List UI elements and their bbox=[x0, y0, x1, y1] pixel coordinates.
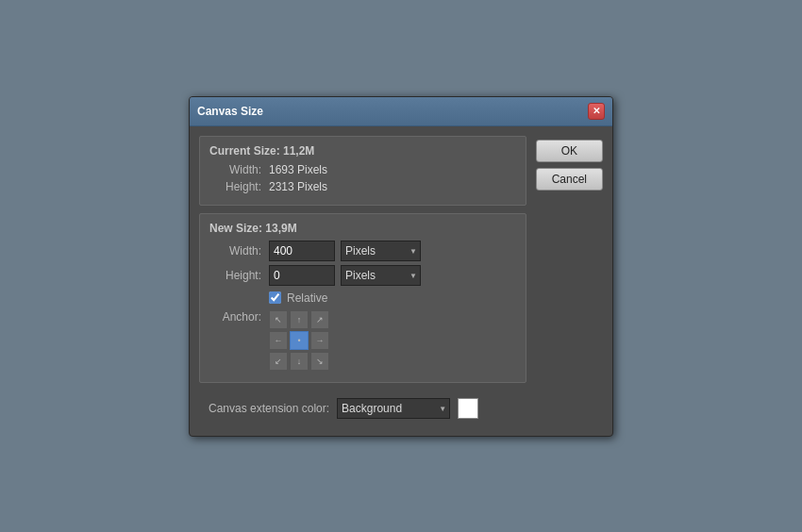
width-input[interactable] bbox=[269, 241, 335, 261]
current-size-title: Current Size: 11,2M bbox=[209, 144, 516, 158]
ok-button[interactable]: OK bbox=[536, 140, 603, 162]
title-bar: Canvas Size ✕ bbox=[190, 97, 612, 126]
canvas-extension-select-wrapper: Background Foreground White Black Gray O… bbox=[337, 398, 450, 419]
dialog-body: Current Size: 11,2M Width: 1693 Pixels H… bbox=[190, 126, 612, 436]
canvas-extension-label: Canvas extension color: bbox=[209, 402, 329, 415]
anchor-top-left[interactable]: ↖ bbox=[269, 310, 288, 329]
right-panel: OK Cancel bbox=[536, 136, 603, 426]
current-width-label: Width: bbox=[209, 163, 261, 176]
current-width-row: Width: 1693 Pixels bbox=[209, 163, 516, 176]
anchor-center[interactable]: • bbox=[290, 331, 309, 350]
anchor-top[interactable]: ↑ bbox=[290, 310, 309, 329]
close-button[interactable]: ✕ bbox=[588, 103, 605, 120]
anchor-grid: ↖ ↑ ↗ ← • → ↙ ↓ ↘ bbox=[269, 310, 329, 371]
width-unit-wrapper: Pixels Inches Centimeters Percent bbox=[341, 241, 421, 261]
canvas-extension-color-swatch[interactable] bbox=[458, 398, 478, 419]
height-unit-wrapper: Pixels Inches Centimeters Percent bbox=[341, 265, 421, 286]
left-panel: Current Size: 11,2M Width: 1693 Pixels H… bbox=[199, 136, 526, 426]
anchor-bottom-left[interactable]: ↙ bbox=[269, 352, 288, 371]
new-size-section: New Size: 13,9M Width: Pixels Inches Cen… bbox=[199, 213, 526, 383]
anchor-left[interactable]: ← bbox=[269, 331, 288, 350]
height-unit-select[interactable]: Pixels Inches Centimeters Percent bbox=[341, 265, 421, 286]
current-height-row: Height: 2313 Pixels bbox=[209, 180, 516, 193]
new-height-row: Height: Pixels Inches Centimeters Percen… bbox=[209, 265, 516, 286]
current-width-value: 1693 Pixels bbox=[269, 163, 327, 176]
anchor-right[interactable]: → bbox=[310, 331, 329, 350]
relative-checkbox[interactable] bbox=[269, 291, 281, 304]
new-height-label: Height: bbox=[209, 269, 261, 282]
new-size-title: New Size: 13,9M bbox=[209, 222, 516, 235]
relative-row: Relative bbox=[209, 291, 516, 305]
canvas-extension-row: Canvas extension color: Background Foreg… bbox=[199, 391, 526, 426]
new-width-label: Width: bbox=[209, 244, 261, 258]
cancel-button[interactable]: Cancel bbox=[536, 168, 603, 191]
current-size-section: Current Size: 11,2M Width: 1693 Pixels H… bbox=[199, 136, 526, 206]
anchor-bottom[interactable]: ↓ bbox=[290, 352, 309, 371]
anchor-top-right[interactable]: ↗ bbox=[310, 310, 329, 329]
anchor-row: Anchor: ↖ ↑ ↗ ← • → ↙ ↓ ↘ bbox=[209, 310, 516, 371]
anchor-label: Anchor: bbox=[209, 310, 261, 324]
relative-label[interactable]: Relative bbox=[287, 291, 327, 305]
dialog-title: Canvas Size bbox=[197, 105, 263, 118]
canvas-extension-select[interactable]: Background Foreground White Black Gray O… bbox=[337, 398, 450, 419]
width-unit-select[interactable]: Pixels Inches Centimeters Percent bbox=[341, 241, 421, 261]
height-input[interactable] bbox=[269, 265, 335, 286]
current-height-label: Height: bbox=[209, 180, 261, 193]
anchor-bottom-right[interactable]: ↘ bbox=[310, 352, 329, 371]
new-width-row: Width: Pixels Inches Centimeters Percent bbox=[209, 241, 516, 261]
current-height-value: 2313 Pixels bbox=[269, 180, 327, 193]
canvas-size-dialog: Canvas Size ✕ Current Size: 11,2M Width:… bbox=[189, 96, 613, 437]
